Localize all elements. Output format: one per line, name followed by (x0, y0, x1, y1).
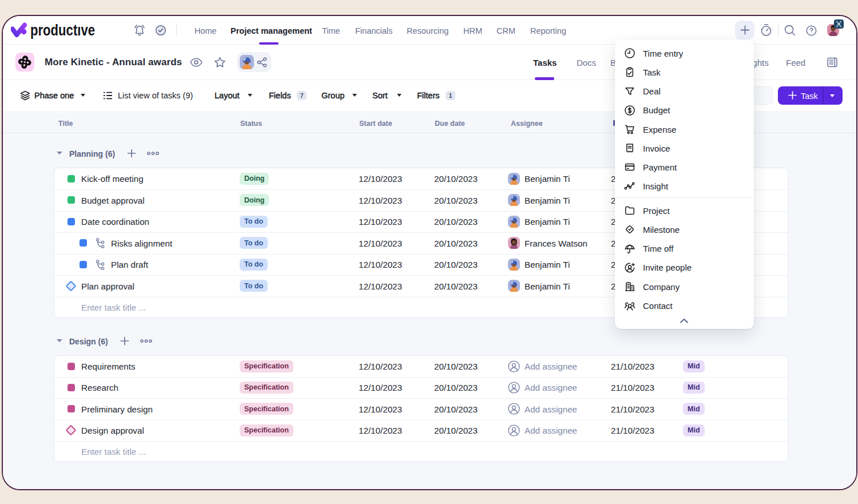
svg-text:productıve: productıve (30, 22, 95, 39)
